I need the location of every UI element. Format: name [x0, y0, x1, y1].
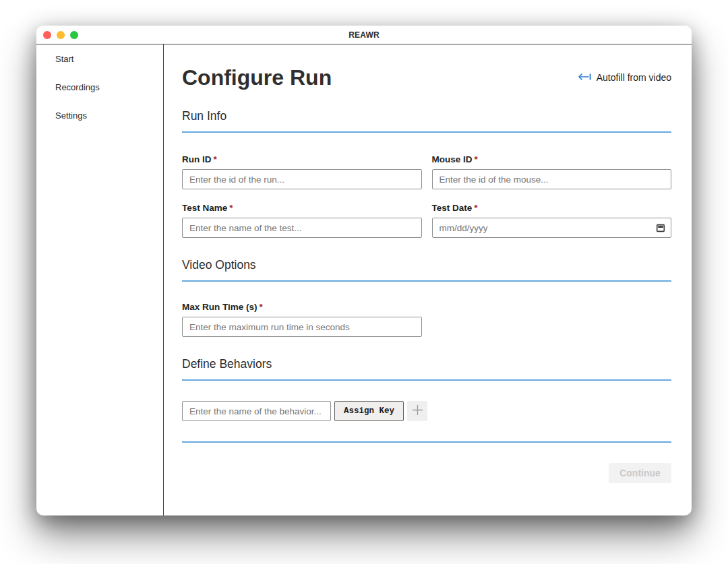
window-title: REAWR: [36, 30, 692, 40]
sidebar-item-settings[interactable]: Settings: [36, 111, 163, 139]
test-name-input[interactable]: [182, 218, 422, 238]
test-date-field-group: Test Date*: [432, 203, 672, 238]
assign-key-button[interactable]: Assign Key: [334, 401, 404, 421]
add-behavior-button[interactable]: [407, 401, 427, 421]
section-heading-video-options: Video Options: [182, 258, 671, 272]
behavior-row: Assign Key: [182, 401, 671, 421]
run-id-field-group: Run ID*: [182, 154, 422, 189]
footer-row: Continue: [182, 463, 671, 483]
test-date-input-wrap: [432, 218, 672, 238]
label-text: Test Date: [432, 203, 473, 213]
label-text: Test Name: [182, 203, 227, 213]
section-rule: [182, 441, 671, 443]
arrow-left-from-bar-icon: [578, 71, 591, 84]
page-header: Configure Run Autofill from video: [182, 65, 671, 90]
sidebar-item-label: Recordings: [55, 82, 100, 92]
test-name-field-group: Test Name*: [182, 203, 422, 238]
behavior-name-input[interactable]: [182, 401, 331, 421]
label-text: Run ID: [182, 154, 212, 164]
section-rule: [182, 379, 671, 381]
mouse-id-field-group: Mouse ID*: [432, 154, 672, 189]
section-rule: [182, 131, 671, 133]
autofill-label: Autofill from video: [597, 72, 671, 83]
sidebar: Start Recordings Settings: [36, 44, 164, 515]
required-asterisk: *: [474, 203, 477, 213]
run-id-label: Run ID*: [182, 154, 422, 164]
page-title: Configure Run: [182, 65, 332, 90]
required-asterisk: *: [475, 154, 478, 164]
run-info-form: Run ID* Mouse ID* Test Name* Test Date*: [182, 154, 671, 238]
section-heading-define-behaviors: Define Behaviors: [182, 357, 671, 371]
continue-button[interactable]: Continue: [609, 463, 671, 483]
max-run-time-field-group: Max Run Time (s)*: [182, 302, 422, 337]
required-asterisk: *: [260, 302, 263, 312]
app-window: REAWR Start Recordings Settings Configur…: [36, 26, 692, 515]
sidebar-item-recordings[interactable]: Recordings: [36, 82, 163, 111]
titlebar: REAWR: [36, 26, 692, 44]
required-asterisk: *: [214, 154, 217, 164]
sidebar-item-label: Start: [55, 54, 73, 64]
required-asterisk: *: [229, 203, 233, 213]
mouse-id-input[interactable]: [432, 169, 672, 189]
max-run-time-label: Max Run Time (s)*: [182, 302, 422, 312]
window-body: Start Recordings Settings Configure Run …: [36, 44, 692, 515]
sidebar-item-start[interactable]: Start: [36, 54, 163, 82]
test-name-label: Test Name*: [182, 203, 422, 213]
section-rule: [182, 280, 671, 282]
test-date-input[interactable]: [432, 218, 672, 238]
run-id-input[interactable]: [182, 169, 422, 189]
plus-icon: [412, 404, 423, 418]
section-heading-run-info: Run Info: [182, 109, 671, 123]
main-content: Configure Run Autofill from video Run In…: [164, 44, 692, 515]
test-date-label: Test Date*: [432, 203, 672, 213]
label-text: Mouse ID: [432, 154, 473, 164]
max-run-time-input[interactable]: [182, 317, 422, 337]
label-text: Max Run Time (s): [182, 302, 257, 312]
sidebar-item-label: Settings: [55, 111, 87, 121]
mouse-id-label: Mouse ID*: [432, 154, 672, 164]
autofill-from-video-button[interactable]: Autofill from video: [578, 71, 671, 84]
